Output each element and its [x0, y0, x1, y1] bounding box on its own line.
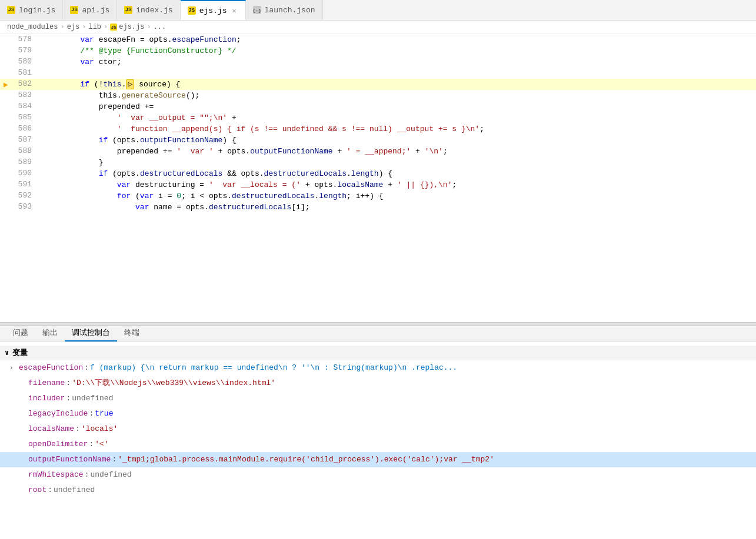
table-row: 579 /** @type {FunctionConstructor} */ [0, 45, 756, 56]
line-content: if (opts.outputFunctionName) { [41, 135, 756, 146]
list-item[interactable]: legacyInclude : true [0, 406, 756, 421]
list-item[interactable]: filename : 'D:\\下载\\Nodejs\\web339\\view… [0, 376, 756, 391]
tab-label: 问题 [13, 329, 28, 337]
editor-area: 578 var escapeFn = opts.escapeFunction; … [0, 34, 756, 322]
bp-col [0, 45, 12, 56]
line-number: 578 [12, 34, 41, 45]
table-row: 585 ' var __output = "";\n' + [0, 112, 756, 123]
line-number: 591 [12, 179, 41, 190]
list-item[interactable]: root : undefined [0, 483, 756, 498]
line-number: 593 [12, 202, 41, 213]
spacer [19, 469, 27, 481]
line-content [41, 68, 756, 79]
spacer [19, 408, 27, 420]
breadcrumb-sep: › [82, 23, 86, 31]
tab-label: 输出 [42, 329, 58, 337]
js-icon: JS [110, 24, 117, 31]
tab-debug-console[interactable]: 调试控制台 [65, 325, 117, 342]
list-item[interactable]: › escapeFunction : f (markup) {\n return… [0, 360, 756, 376]
tab-label: index.js [136, 6, 172, 15]
line-content: if (opts.destructuredLocals && opts.dest… [41, 168, 756, 179]
list-item[interactable]: openDelimiter : '<' [0, 437, 756, 452]
spacer [19, 377, 27, 389]
bp-col [0, 202, 12, 213]
line-content: prepended += ' var ' + opts.outputFuncti… [41, 146, 756, 157]
tab-output[interactable]: 输出 [35, 325, 65, 342]
bp-col [0, 157, 12, 168]
list-item[interactable]: localsName : 'locals' [0, 421, 756, 437]
table-row: 587 if (opts.outputFunctionName) { [0, 135, 756, 146]
table-row: 589 } [0, 157, 756, 168]
table-row: 581 [0, 68, 756, 79]
tab-close-button[interactable]: ✕ [230, 5, 238, 16]
breadcrumb-part[interactable]: node_modules [7, 23, 58, 31]
js-icon: JS [7, 6, 15, 14]
table-row: 580 var ctor; [0, 56, 756, 68]
tab-label: api.js [82, 6, 109, 15]
breadcrumb: node_modules › ejs › lib › JS ejs.js › .… [0, 21, 756, 34]
spacer [19, 423, 27, 435]
table-row: 593 var name = opts.destructuredLocals[i… [0, 202, 756, 213]
line-number: 590 [12, 168, 41, 179]
spacer [19, 484, 27, 496]
tab-ejs[interactable]: JS ejs.js ✕ [181, 0, 246, 20]
table-row: 584 prepended += [0, 101, 756, 112]
breadcrumb-file[interactable]: JS ejs.js [110, 23, 144, 31]
bp-col [0, 34, 12, 45]
line-number: 589 [12, 157, 41, 168]
line-number: 579 [12, 45, 41, 56]
bp-col [0, 123, 12, 135]
line-content: var destructuring = ' var __locals = (' … [41, 179, 756, 190]
json-icon: {·} [253, 6, 261, 14]
table-row: 591 var destructuring = ' var __locals =… [0, 179, 756, 190]
line-content: var escapeFn = opts.escapeFunction; [41, 34, 756, 45]
tab-label: launch.json [265, 6, 315, 15]
table-row: ▶ 582 if (!this.▷ source) { [0, 79, 756, 90]
bp-col [0, 179, 12, 190]
line-content: for (var i = 0; i < opts.destructuredLoc… [41, 190, 756, 202]
line-number: 581 [12, 68, 41, 79]
line-content: ' var __output = "";\n' + [41, 112, 756, 123]
list-item[interactable]: outputFunctionName : '_tmp1;global.proce… [0, 452, 756, 467]
breadcrumb-part[interactable]: ejs [67, 23, 80, 31]
tab-terminal[interactable]: 终端 [117, 325, 146, 342]
bp-col [0, 112, 12, 123]
line-number: 588 [12, 146, 41, 157]
line-content: ' function __append(s) { if (s !== undef… [41, 123, 756, 135]
tab-label: login.js [19, 6, 55, 15]
tab-problems[interactable]: 问题 [6, 325, 35, 342]
js-icon: JS [188, 6, 196, 15]
tab-api[interactable]: JS api.js [63, 0, 117, 20]
debug-section-title: 变量 [12, 347, 28, 358]
debug-var-list: › escapeFunction : f (markup) {\n return… [0, 360, 756, 498]
list-item[interactable]: includer : undefined [0, 391, 756, 406]
table-row: 590 if (opts.destructuredLocals && opts.… [0, 168, 756, 179]
line-number: 592 [12, 190, 41, 202]
tab-label: 终端 [124, 329, 139, 337]
line-number: 584 [12, 101, 41, 112]
list-item[interactable]: rmWhitespace : undefined [0, 467, 756, 483]
tab-login[interactable]: JS login.js [0, 0, 63, 20]
bp-col [0, 56, 12, 68]
bp-col [0, 101, 12, 112]
js-icon: JS [70, 6, 78, 14]
table-row: 588 prepended += ' var ' + opts.outputFu… [0, 146, 756, 157]
line-content: /** @type {FunctionConstructor} */ [41, 45, 756, 56]
table-row: 592 for (var i = 0; i < opts.destructure… [0, 190, 756, 202]
breadcrumb-sep: › [60, 23, 64, 31]
debug-section-header[interactable]: ∨ 变量 [0, 346, 756, 360]
breadcrumb-part: ... [154, 23, 166, 31]
line-number: 586 [12, 123, 41, 135]
tab-index[interactable]: JS index.js [117, 0, 180, 20]
tab-label: 调试控制台 [72, 329, 110, 337]
breadcrumb-part[interactable]: lib [88, 23, 101, 31]
debug-panel: ∨ 变量 › escapeFunction : f (markup) {\n r… [0, 342, 756, 538]
tab-label: ejs.js [199, 6, 227, 15]
tab-launch[interactable]: {·} launch.json [246, 0, 323, 20]
bp-col [0, 90, 12, 101]
table-row: 583 this.generateSource(); [0, 90, 756, 101]
line-content: var ctor; [41, 56, 756, 68]
breadcrumb-sep: › [146, 23, 151, 31]
js-icon: JS [124, 6, 132, 14]
bp-col: ▶ [0, 79, 12, 90]
